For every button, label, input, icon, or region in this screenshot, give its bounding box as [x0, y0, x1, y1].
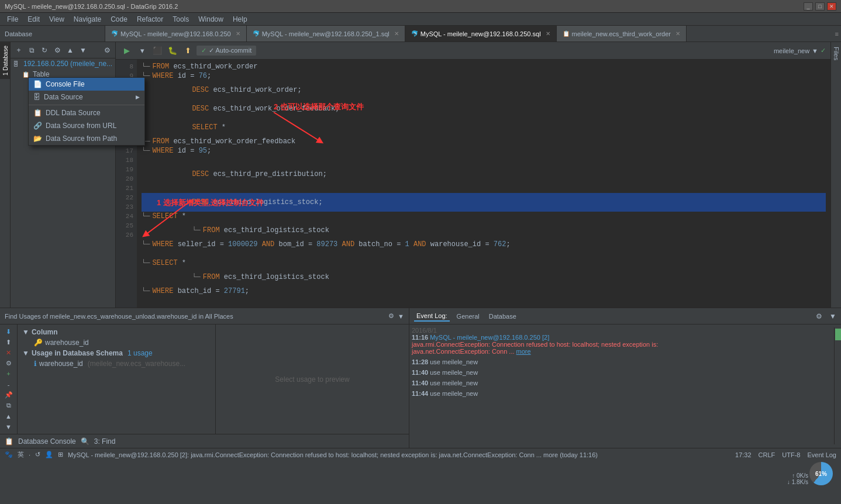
menu-refactor[interactable]: Refactor — [132, 14, 168, 25]
code-editor[interactable]: └─FROM ecs_third_work_order └─WHERE id =… — [137, 60, 830, 308]
bottom-tree-wh-id[interactable]: 🔑 warehouse_id — [20, 337, 213, 348]
bl-btn-close[interactable]: ✕ — [2, 348, 15, 357]
tab-settings-icon[interactable]: ≡ — [835, 30, 839, 37]
br-settings-icon[interactable]: ⚙ — [816, 312, 822, 320]
add-btn[interactable]: + — [13, 44, 25, 56]
find-label[interactable]: 3: Find — [94, 437, 116, 446]
tab-general[interactable]: General — [454, 312, 482, 321]
event-log-btn[interactable]: Event Log — [807, 451, 836, 458]
tree-item-db[interactable]: 🗄 192.168.0.250 (meilele_ne... — [11, 58, 115, 69]
run-config-btn[interactable]: ▾ — [136, 44, 149, 57]
bottom-settings-icon[interactable]: ⚙ — [388, 312, 394, 320]
bl-btn-copy[interactable]: ⧉ — [2, 401, 15, 410]
bl-btn2[interactable]: ⬆ — [2, 337, 15, 347]
bottom-right-content[interactable]: 2016/8/1 11:16 MySQL - meilele_new@192.1… — [409, 325, 841, 448]
menu-code[interactable]: Code — [106, 14, 132, 25]
tab-database[interactable]: Database — [487, 312, 519, 321]
tab-sql-active[interactable]: 🐬 MySQL - meilele_new@192.168.0.250.sql … — [405, 26, 557, 42]
bottom-right-header: Event Log: General Database ⚙ ▼ — [409, 308, 841, 325]
bottom-tree-column[interactable]: ▼ Column — [20, 327, 213, 337]
tab-close-1[interactable]: ✕ — [236, 30, 240, 37]
br-collapse-icon[interactable]: ▼ — [829, 312, 836, 320]
log-more-link-1[interactable]: more — [516, 348, 531, 355]
tab-bar: Database 🐬 MySQL - meilele_new@192.168.0… — [0, 26, 841, 42]
debug-btn[interactable]: 🐛 — [166, 44, 179, 57]
refresh-btn[interactable]: ↻ — [39, 44, 50, 56]
bl-btn-down2[interactable]: ▼ — [2, 422, 15, 431]
menu-tools[interactable]: Tools — [168, 14, 194, 25]
tab-event-log[interactable]: Event Log: — [414, 311, 450, 322]
left-edge: 1 Database — [0, 42, 11, 308]
code-line-26 — [142, 296, 826, 305]
line-num-18: 18 — [116, 156, 137, 165]
stop-btn[interactable]: ⬛ — [151, 44, 164, 57]
menu-help[interactable]: Help — [228, 14, 252, 25]
bl-btn-expand[interactable]: + — [2, 369, 15, 378]
menu-window[interactable]: Window — [194, 14, 228, 25]
warehouse-id-icon: 🔑 — [34, 339, 43, 347]
connection-arrow-icon: ▼ — [812, 47, 818, 54]
schema-btn[interactable]: ⚙ — [51, 44, 63, 56]
tab-label-1: MySQL - meilele_new@192.168.0.250 — [120, 30, 231, 37]
ctx-source-url[interactable]: 🔗 Data Source from URL — [29, 119, 144, 132]
bottom-left-header: Find Usages of meilele_new.ecs_warehouse… — [0, 308, 409, 325]
ctx-ddl-source[interactable]: 📋 DDL Data Source — [29, 106, 144, 119]
tab-db-panel[interactable]: 🐬 MySQL - meilele_new@192.168.0.250 ✕ — [105, 26, 247, 42]
files-label[interactable]: Files — [832, 44, 841, 63]
tab-table[interactable]: 📋 meilele_new.ecs_third_work_order ✕ — [557, 26, 687, 42]
copy-btn[interactable]: ⧉ — [26, 44, 37, 56]
tab-close-2[interactable]: ✕ — [394, 30, 399, 37]
ctx-data-source[interactable]: 🗄 Data Source — [29, 91, 144, 103]
bl-btn-pin[interactable]: 📌 — [2, 391, 15, 400]
sidebar-settings-btn[interactable]: ⚙ — [101, 44, 113, 56]
menu-view[interactable]: View — [44, 14, 69, 25]
tab-label-3: MySQL - meilele_new@192.168.0.250.sql — [420, 30, 541, 37]
connection-select[interactable]: meilele_new ▼ ✓ — [774, 47, 826, 54]
bottom-collapse-icon[interactable]: ▼ — [398, 313, 404, 320]
ctx-console-file-icon: 📄 — [33, 80, 42, 88]
tab-sql1[interactable]: 🐬 MySQL - meilele_new@192.168.0.250_1.sq… — [247, 26, 405, 42]
maximize-btn[interactable]: □ — [815, 2, 825, 11]
up-btn[interactable]: ▲ — [64, 44, 76, 56]
code-line-13: └─FROM ecs_third_work_order_feedback — [142, 137, 826, 146]
log-time-5: 11:44 — [412, 390, 428, 397]
code-line-14: └─WHERE id = 95; — [142, 146, 826, 156]
bottom-left-inner: ⬇ ⬆ ✕ ⚙ + - 📌 ⧉ ▲ ▼ ▼ Column 🔑 war — [0, 325, 409, 434]
context-menu: 📄 Console File 🗄 Data Source 📋 DDL Data … — [28, 77, 145, 146]
log-time-4: 11:40 — [412, 379, 428, 386]
commit-btn[interactable]: ⬆ — [181, 44, 194, 57]
tree-item-db-label: 192.168.0.250 (meilele_ne... — [23, 60, 112, 68]
status-icon-paw: 🐾 — [5, 451, 13, 458]
scroll-thumb — [835, 329, 841, 340]
bl-btn-up2[interactable]: ▲ — [2, 412, 15, 421]
line-num-21: 21 — [116, 184, 137, 193]
log-entry-5: 11:44 use meilele_new — [412, 390, 839, 397]
db-console-label[interactable]: Database Console — [18, 437, 76, 446]
menu-edit[interactable]: Edit — [23, 14, 44, 25]
net-indicator: 61% — [809, 462, 833, 485]
run-btn[interactable]: ▶ — [120, 44, 133, 57]
edge-database[interactable]: 1 Database — [0, 42, 10, 79]
bottom-tree-usage-item[interactable]: ℹ warehouse_id (meilele_new.ecs_warehous… — [20, 358, 213, 369]
bl-btn-filter[interactable]: ⚙ — [2, 358, 15, 368]
ctx-console-file-label: Console File — [46, 80, 85, 88]
bl-btn1[interactable]: ⬇ — [2, 327, 15, 336]
ctx-console-file[interactable]: 📄 Console File — [29, 78, 144, 91]
code-line-19: └─SELECT * — [142, 212, 826, 221]
bottom-tree-usage[interactable]: ▼ Usage in Database Schema 1 usage — [20, 348, 213, 358]
tab-close-4[interactable]: ✕ — [675, 30, 680, 37]
code-line-22 — [142, 249, 826, 258]
menu-file[interactable]: File — [2, 14, 23, 25]
left-sidebar: + ⧉ ↻ ⚙ ▲ ▼ ⚙ 🗄 192.168.0.250 (meilele_n… — [11, 42, 116, 308]
down-btn[interactable]: ▼ — [77, 44, 89, 56]
bl-btn-collapse[interactable]: - — [2, 379, 15, 389]
ctx-path-icon: 📂 — [33, 134, 42, 143]
log-entry-2: 11:28 use meilele_new — [412, 358, 839, 365]
menu-navigate[interactable]: Navigate — [69, 14, 106, 25]
ctx-source-path[interactable]: 📂 Data Source from Path — [29, 132, 144, 145]
minimize-btn[interactable]: _ — [804, 2, 813, 11]
tab-close-3[interactable]: ✕ — [546, 30, 550, 37]
ctx-ddl-icon: 📋 — [33, 109, 42, 117]
close-btn[interactable]: ✕ — [827, 2, 836, 11]
auto-commit-btn[interactable]: ✓ ✓ Auto-commit — [197, 46, 256, 56]
